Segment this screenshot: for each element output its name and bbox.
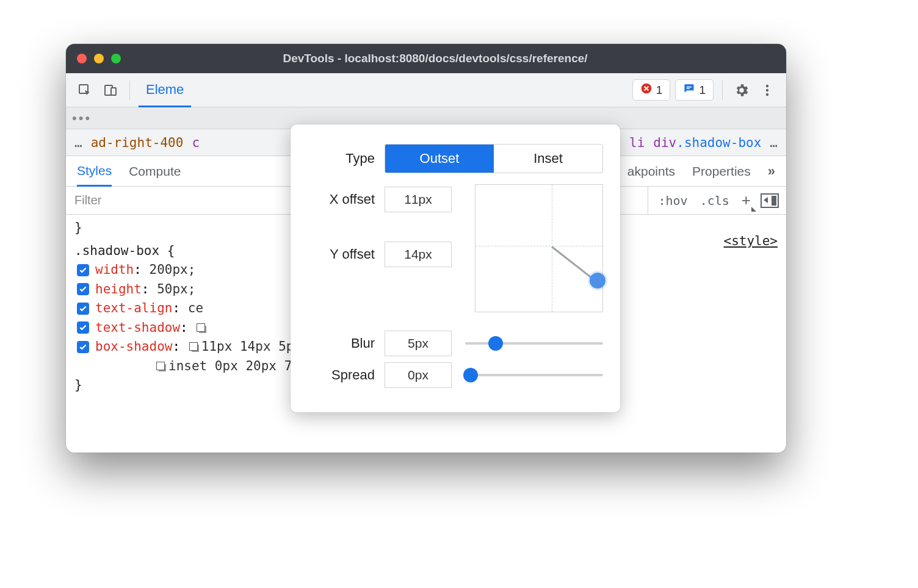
blur-label: Blur: [308, 335, 375, 351]
messages-badge[interactable]: 1: [675, 79, 714, 101]
computed-panel-toggle-icon[interactable]: [761, 193, 779, 208]
errors-badge[interactable]: 1: [632, 79, 671, 101]
blur-input[interactable]: 5px: [385, 331, 452, 356]
x-offset-label: X offset: [308, 192, 375, 207]
hov-toggle[interactable]: :hov: [656, 191, 690, 210]
inspect-element-icon[interactable]: [74, 80, 95, 101]
property-checkbox[interactable]: [77, 303, 89, 315]
type-inset-button[interactable]: Inset: [494, 145, 602, 173]
errors-count: 1: [656, 84, 663, 97]
breadcrumb-ellipsis[interactable]: …: [770, 135, 778, 150]
xy-offset-vector: [551, 246, 596, 281]
main-toolbar: Eleme 1 1: [66, 73, 786, 107]
property-checkbox[interactable]: [77, 341, 89, 353]
stylesheet-link[interactable]: <style>: [723, 232, 778, 251]
type-label: Type: [308, 151, 375, 167]
svg-point-5: [766, 88, 768, 91]
y-offset-input[interactable]: 14px: [385, 242, 452, 267]
new-style-rule-button[interactable]: +: [739, 188, 753, 212]
spread-input[interactable]: 0px: [385, 362, 452, 388]
close-window-button[interactable]: [77, 54, 87, 63]
shadow-editor-icon[interactable]: [189, 342, 199, 352]
shadow-type-segmented: Outset Inset: [385, 144, 603, 173]
breadcrumb-item[interactable]: c: [192, 135, 200, 150]
xy-offset-pad[interactable]: [475, 184, 603, 312]
property-checkbox[interactable]: [77, 283, 89, 295]
device-toggle-icon[interactable]: [100, 80, 121, 101]
error-icon: [640, 82, 652, 98]
devtools-window: DevTools - localhost:8080/docs/devtools/…: [66, 44, 786, 453]
subtab-styles[interactable]: Styles: [77, 157, 112, 187]
messages-count: 1: [699, 84, 706, 97]
cls-toggle[interactable]: .cls: [698, 191, 732, 210]
blur-slider[interactable]: [465, 342, 603, 345]
more-menu-icon[interactable]: [757, 80, 778, 101]
spread-label: Spread: [308, 367, 375, 383]
subtab-breakpoints[interactable]: akpoints: [627, 156, 675, 186]
breadcrumb-item[interactable]: ad-right-400: [91, 135, 184, 150]
window-title: DevTools - localhost:8080/docs/devtools/…: [95, 52, 775, 65]
y-offset-label: Y offset: [308, 246, 375, 262]
tab-elements[interactable]: Eleme: [139, 74, 191, 107]
property-checkbox[interactable]: [77, 264, 89, 276]
box-shadow-editor-popover: Type Outset Inset X offset 11px Y offset…: [291, 124, 620, 412]
xy-horizontal-guide: [475, 246, 602, 246]
shadow-editor-icon[interactable]: [156, 362, 166, 371]
x-offset-input[interactable]: 11px: [385, 187, 452, 212]
property-checkbox[interactable]: [77, 321, 89, 334]
shadow-editor-icon[interactable]: [197, 323, 206, 333]
breadcrumb-item[interactable]: li: [629, 135, 645, 150]
svg-point-4: [766, 84, 768, 87]
spread-slider[interactable]: [465, 374, 603, 376]
svg-point-6: [766, 93, 768, 95]
more-subtabs-icon[interactable]: »: [768, 163, 775, 179]
filter-tools: :hov .cls +: [648, 187, 786, 214]
settings-gear-icon[interactable]: [731, 80, 752, 101]
type-outset-button[interactable]: Outset: [385, 145, 494, 173]
breadcrumb-ellipsis[interactable]: …: [74, 135, 82, 150]
subtab-computed[interactable]: Compute: [129, 156, 181, 186]
breadcrumb-selected[interactable]: div.shadow-box: [653, 135, 761, 150]
toolbar-divider: [129, 81, 130, 100]
svg-rect-2: [111, 88, 116, 95]
titlebar: DevTools - localhost:8080/docs/devtools/…: [66, 44, 786, 73]
toolbar-divider: [722, 81, 723, 100]
xy-offset-handle[interactable]: [590, 273, 605, 289]
message-icon: [683, 82, 695, 98]
subtab-properties[interactable]: Properties: [692, 156, 751, 186]
